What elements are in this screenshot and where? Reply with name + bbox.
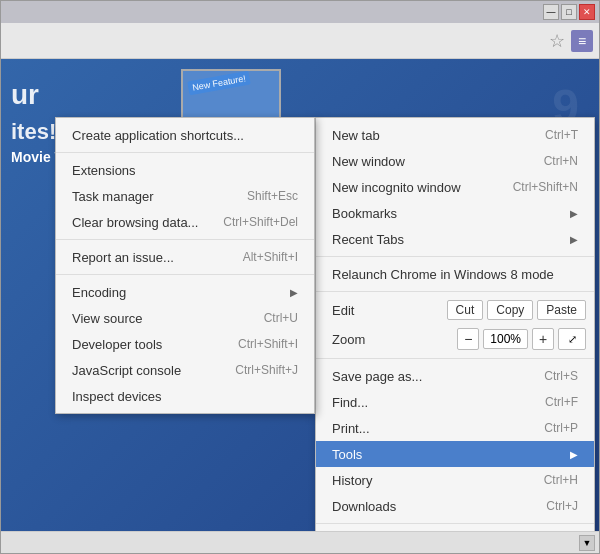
maximize-button[interactable]: □ bbox=[561, 4, 577, 20]
submenu-item-js-console[interactable]: JavaScript console Ctrl+Shift+J bbox=[56, 357, 314, 383]
menu-item-new-incognito[interactable]: New incognito window Ctrl+Shift+N bbox=[316, 174, 594, 200]
submenu-separator-3 bbox=[56, 274, 314, 275]
submenu-item-inspect-devices[interactable]: Inspect devices bbox=[56, 383, 314, 409]
copy-button[interactable]: Copy bbox=[487, 300, 533, 320]
menu-separator-3 bbox=[316, 358, 594, 359]
menu-item-downloads[interactable]: Downloads Ctrl+J bbox=[316, 493, 594, 519]
chrome-menu-button[interactable]: ≡ bbox=[571, 30, 593, 52]
menu-item-history[interactable]: History Ctrl+H bbox=[316, 467, 594, 493]
submenu-item-clear-browsing[interactable]: Clear browsing data... Ctrl+Shift+Del bbox=[56, 209, 314, 235]
zoom-plus-button[interactable]: + bbox=[532, 328, 554, 350]
edit-label: Edit bbox=[324, 303, 443, 318]
bottom-bar: ▼ bbox=[1, 531, 599, 553]
zoom-value: 100% bbox=[483, 329, 528, 349]
new-feature-badge: New Feature! bbox=[187, 71, 251, 96]
bookmark-star-icon[interactable]: ☆ bbox=[549, 30, 565, 52]
menu-item-bookmarks[interactable]: Bookmarks ▶ bbox=[316, 200, 594, 226]
menu-separator-4 bbox=[316, 523, 594, 524]
menu-item-edit-row: Edit Cut Copy Paste bbox=[316, 296, 594, 324]
submenu-item-create-shortcuts[interactable]: Create application shortcuts... bbox=[56, 122, 314, 148]
submenu-item-extensions[interactable]: Extensions bbox=[56, 157, 314, 183]
menu-item-recent-tabs[interactable]: Recent Tabs ▶ bbox=[316, 226, 594, 252]
menu-separator-1 bbox=[316, 256, 594, 257]
submenu-item-task-manager[interactable]: Task manager Shift+Esc bbox=[56, 183, 314, 209]
submenu-item-developer-tools[interactable]: Developer tools Ctrl+Shift+I bbox=[56, 331, 314, 357]
tools-submenu: Create application shortcuts... Extensio… bbox=[55, 117, 315, 414]
submenu-item-encoding[interactable]: Encoding ▶ bbox=[56, 279, 314, 305]
menu-separator-2 bbox=[316, 291, 594, 292]
page-text-line1: ur bbox=[11, 79, 39, 111]
paste-button[interactable]: Paste bbox=[537, 300, 586, 320]
page-content: ur ites! Movie Wizard 9 New Feature! htt… bbox=[1, 59, 599, 531]
zoom-label: Zoom bbox=[324, 332, 453, 347]
menu-item-zoom-row: Zoom − 100% + ⤢ bbox=[316, 324, 594, 354]
zoom-expand-button[interactable]: ⤢ bbox=[558, 328, 586, 350]
browser-toolbar: ☆ ≡ bbox=[1, 23, 599, 59]
menu-item-print[interactable]: Print... Ctrl+P bbox=[316, 415, 594, 441]
minimize-button[interactable]: — bbox=[543, 4, 559, 20]
scroll-down-button[interactable]: ▼ bbox=[579, 535, 595, 551]
chrome-menu: New tab Ctrl+T New window Ctrl+N New inc… bbox=[315, 117, 595, 531]
menu-item-relaunch[interactable]: Relaunch Chrome in Windows 8 mode bbox=[316, 261, 594, 287]
submenu-separator-1 bbox=[56, 152, 314, 153]
submenu-separator-2 bbox=[56, 239, 314, 240]
close-button[interactable]: ✕ bbox=[579, 4, 595, 20]
menu-item-find[interactable]: Find... Ctrl+F bbox=[316, 389, 594, 415]
title-bar: — □ ✕ bbox=[1, 1, 599, 23]
zoom-minus-button[interactable]: − bbox=[457, 328, 479, 350]
menu-item-new-tab[interactable]: New tab Ctrl+T bbox=[316, 122, 594, 148]
submenu-item-view-source[interactable]: View source Ctrl+U bbox=[56, 305, 314, 331]
submenu-item-report-issue[interactable]: Report an issue... Alt+Shift+I bbox=[56, 244, 314, 270]
menu-item-signin[interactable]: Sign in to Chrome... bbox=[316, 528, 594, 531]
menu-item-save-page[interactable]: Save page as... Ctrl+S bbox=[316, 363, 594, 389]
menu-item-tools[interactable]: Tools ▶ bbox=[316, 441, 594, 467]
cut-button[interactable]: Cut bbox=[447, 300, 484, 320]
menu-item-new-window[interactable]: New window Ctrl+N bbox=[316, 148, 594, 174]
page-text-line2: ites! bbox=[11, 119, 56, 145]
browser-window: — □ ✕ ☆ ≡ ur ites! Movie Wizard 9 New Fe… bbox=[0, 0, 600, 554]
